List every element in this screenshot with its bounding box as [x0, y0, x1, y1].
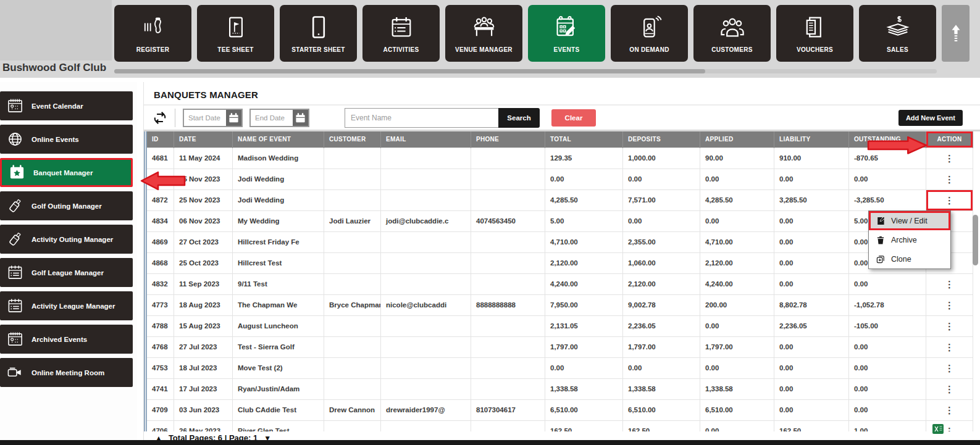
row-actions-kebab-button[interactable]: ⋮	[926, 274, 973, 294]
event-name-input[interactable]	[345, 108, 499, 128]
cell-id: 4709	[146, 399, 174, 420]
cell-outstanding: 0.00	[849, 378, 926, 399]
cell-customer: Bryce Chapman	[324, 294, 381, 315]
cell-action: ⋮	[926, 399, 973, 420]
cell-total: 4,710.00	[545, 231, 623, 252]
menu-item-clone[interactable]: Clone	[869, 249, 950, 268]
sidebar: Event Calendar Online Events Banquet Man…	[0, 82, 137, 440]
cell-customer	[324, 357, 381, 378]
sidebar-item-golf-outing-manager[interactable]: Golf Outing Manager	[0, 191, 133, 220]
add-new-event-button[interactable]: Add New Event	[898, 110, 963, 126]
start-date-calendar-button[interactable]	[226, 110, 241, 126]
end-date-input[interactable]	[251, 110, 293, 126]
toolbar-button-activities[interactable]: ACTIVITIES	[362, 5, 440, 62]
row-actions-kebab-button[interactable]: ⋮	[926, 148, 973, 168]
table-vertical-scrollbar[interactable]	[973, 215, 978, 265]
row-actions-kebab-button[interactable]: ⋮	[926, 169, 973, 189]
toolbar-button-customers[interactable]: CUSTOMERS	[693, 5, 771, 62]
cell-total: 7,950.00	[545, 294, 623, 315]
menu-item-archive[interactable]: Archive	[869, 230, 950, 249]
cell-id: 4868	[146, 252, 174, 273]
calendar-lines-icon	[7, 264, 23, 281]
toolbar-button-sales[interactable]: SALES	[859, 5, 936, 62]
cell-id: 4869	[146, 231, 174, 252]
toolbar-button-register[interactable]: REGISTER	[114, 5, 191, 62]
search-button[interactable]: Search	[498, 108, 540, 128]
cell-outstanding: -105.00	[849, 315, 926, 336]
toolbar-button-venue-manager[interactable]: VENUE MANAGER	[445, 5, 522, 62]
row-actions-kebab-button[interactable]: ⋮	[926, 190, 973, 210]
toolbar-button-vouchers[interactable]: VOUCHERS	[776, 5, 853, 62]
cell-customer: Jodi Lauzier	[324, 210, 381, 231]
cell-event-name: Club CAddie Test	[233, 399, 324, 420]
page-down-icon[interactable]: ▼	[264, 433, 271, 440]
toolbar-scrollbar[interactable]	[114, 69, 937, 73]
clear-button[interactable]: Clear	[551, 109, 596, 127]
toolbar-button-starter-sheet[interactable]: STARTER SHEET	[280, 5, 357, 62]
row-actions-kebab-button[interactable]: ⋮	[926, 337, 973, 357]
toolbar-button-tee-sheet[interactable]: TEE SHEET	[197, 5, 274, 62]
toolbar-button-on-demand[interactable]: ON DEMAND	[611, 5, 688, 62]
toolbar-scrollbar-thumb[interactable]	[114, 69, 705, 73]
cell-liability: 0.00	[774, 210, 849, 231]
cell-date: 03 Jun 2023	[174, 399, 233, 420]
cell-deposits: 1,000.00	[623, 148, 700, 168]
column-header-name-of-event: NAME OF EVENT	[233, 131, 324, 148]
column-header-customer: CUSTOMER	[324, 131, 381, 148]
sidebar-item-online-events[interactable]: Online Events	[0, 125, 133, 154]
export-excel-icon[interactable]	[932, 423, 944, 435]
trash-icon	[876, 235, 886, 245]
cell-applied: 2,120.00	[700, 252, 774, 273]
sidebar-item-banquet-manager[interactable]: Banquet Manager	[0, 158, 133, 187]
sidebar-item-event-calendar[interactable]: Event Calendar	[0, 91, 133, 120]
cell-outstanding: -1,052.78	[849, 294, 926, 315]
cell-total: 1,797.00	[545, 336, 623, 357]
table-row: 4873 25 Nov 2023 Jodi Wedding 0.00 0.00 …	[146, 168, 973, 189]
cell-deposits: 6,510.00	[623, 399, 700, 420]
calendar-list-icon	[388, 14, 415, 41]
golf-bag-icon	[7, 231, 23, 247]
page-up-icon[interactable]: ▲	[155, 433, 162, 440]
cell-liability: 0.00	[774, 273, 849, 294]
cell-id: 4773	[146, 294, 174, 315]
refresh-button[interactable]	[153, 110, 167, 125]
cell-deposits: 1,797.00	[623, 336, 700, 357]
cell-liability: 0.00	[774, 336, 849, 357]
row-actions-kebab-button[interactable]: ⋮	[926, 295, 973, 315]
video-camera-icon	[7, 364, 23, 381]
collapse-toolbar-button[interactable]	[942, 5, 970, 62]
cell-total: 2,131.05	[545, 315, 623, 336]
row-actions-kebab-button[interactable]: ⋮	[926, 379, 973, 399]
end-date-calendar-button[interactable]	[293, 110, 308, 126]
row-actions-kebab-button[interactable]: ⋮	[926, 358, 973, 378]
table-row: 4872 25 Nov 2023 Jodi Wedding 4,285.50 7…	[146, 189, 973, 210]
cell-outstanding: 0.00	[849, 357, 926, 378]
row-actions-kebab-button[interactable]: ⋮	[926, 316, 973, 336]
sidebar-item-golf-league-manager[interactable]: Golf League Manager	[0, 258, 133, 287]
row-actions-kebab-button[interactable]: ⋮	[926, 400, 973, 420]
cell-applied: 6,510.00	[700, 399, 774, 420]
golf-bag-icon	[7, 198, 23, 214]
cell-date: 27 Jul 2023	[174, 336, 233, 357]
cell-id: 4741	[146, 378, 174, 399]
cell-date: 18 Jul 2023	[174, 357, 233, 378]
cell-action: ⋮	[926, 315, 973, 336]
sidebar-item-activity-outing-manager[interactable]: Activity Outing Manager	[0, 225, 133, 254]
cell-event-name: Madison Wedding	[233, 148, 324, 168]
barcode-scanner-icon	[140, 14, 167, 41]
cell-date: 25 Nov 2023	[174, 168, 233, 189]
sidebar-item-online-meeting-room[interactable]: Online Meeting Room	[0, 358, 133, 387]
start-date-input[interactable]	[184, 110, 226, 126]
toolbar-button-events[interactable]: EVENTS	[528, 5, 605, 62]
calendar-icon	[7, 331, 23, 347]
cell-customer	[324, 231, 381, 252]
cell-event-name: My Wedding	[233, 210, 324, 231]
end-date-field	[249, 109, 309, 127]
sidebar-item-archived-events[interactable]: Archived Events	[0, 325, 133, 354]
cell-date: 15 Aug 2023	[174, 315, 233, 336]
cell-total: 0.00	[545, 168, 623, 189]
sidebar-item-activity-league-manager[interactable]: Activity League Manager	[0, 291, 133, 320]
menu-item-view-edit[interactable]: View / Edit	[869, 211, 950, 230]
cell-customer	[324, 273, 381, 294]
cell-action: ⋮	[926, 148, 973, 168]
